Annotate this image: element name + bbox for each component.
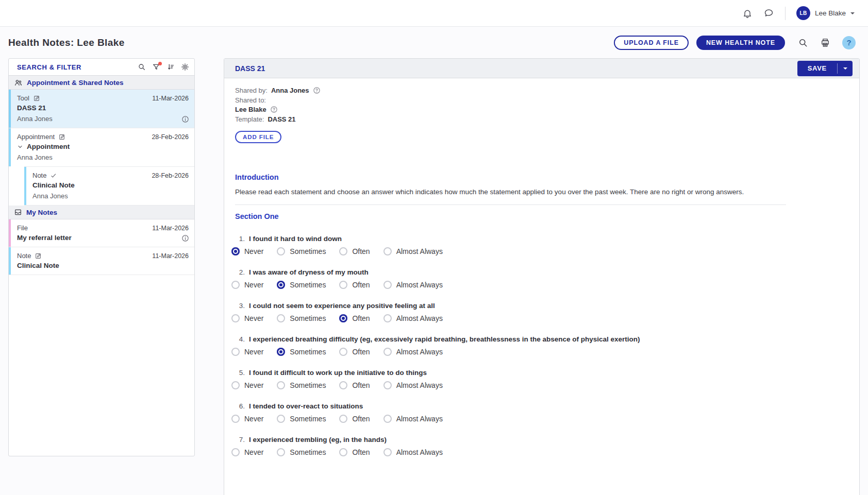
radio-option[interactable]: Sometimes: [277, 348, 326, 356]
radio-option[interactable]: Often: [339, 281, 370, 289]
radio-unselected-icon[interactable]: [277, 247, 285, 255]
add-file-button[interactable]: ADD FILE: [235, 131, 281, 143]
sidebar-group-header[interactable]: Appointment & Shared Notes: [9, 76, 194, 90]
radio-option[interactable]: Sometimes: [277, 247, 326, 255]
question-block: 7. I experienced trembling (eg, in the h…: [235, 436, 847, 456]
shared-to-value: Lee Blake: [235, 105, 266, 114]
group-label: Appointment & Shared Notes: [27, 79, 124, 87]
question-options: Never Sometimes Often Almost Always: [231, 281, 847, 289]
radio-option[interactable]: Almost Always: [383, 281, 443, 289]
radio-unselected-icon[interactable]: [339, 381, 347, 389]
radio-option[interactable]: Almost Always: [383, 381, 443, 389]
print-icon[interactable]: [820, 38, 830, 48]
radio-option[interactable]: Sometimes: [277, 314, 326, 322]
info-icon[interactable]: [181, 115, 189, 123]
radio-option[interactable]: Sometimes: [277, 448, 326, 456]
question-block: 4. I experienced breathing difficulty (e…: [235, 335, 847, 356]
radio-option[interactable]: Never: [231, 247, 263, 255]
radio-option[interactable]: Never: [231, 348, 263, 356]
upload-file-button[interactable]: UPLOAD A FILE: [614, 36, 689, 50]
option-label: Never: [244, 415, 263, 423]
notifications-bell-icon[interactable]: [742, 8, 753, 19]
radio-option[interactable]: Almost Always: [383, 348, 443, 356]
radio-unselected-icon[interactable]: [383, 247, 392, 255]
radio-option[interactable]: Often: [339, 448, 370, 456]
help-question-icon[interactable]: [270, 106, 278, 113]
content-area: SEARCH & FILTER Appointment & Shar: [0, 58, 868, 495]
radio-option[interactable]: Almost Always: [383, 415, 443, 423]
question-number: 7.: [238, 436, 245, 443]
note-list-item[interactable]: Tool 11-Mar-2026 DASS 21 Anna Jones: [9, 90, 194, 128]
option-label: Sometimes: [290, 314, 326, 322]
radio-option[interactable]: Often: [339, 381, 370, 389]
radio-unselected-icon[interactable]: [383, 314, 392, 322]
radio-unselected-icon[interactable]: [339, 448, 347, 456]
radio-option[interactable]: Never: [231, 314, 263, 322]
top-bar: LB Lee Blake: [0, 0, 868, 27]
radio-unselected-icon[interactable]: [231, 415, 240, 423]
radio-unselected-icon[interactable]: [383, 415, 392, 423]
help-icon[interactable]: ?: [842, 36, 856, 49]
radio-selected-icon[interactable]: [277, 281, 285, 289]
radio-option[interactable]: Never: [231, 381, 263, 389]
radio-option[interactable]: Sometimes: [277, 415, 326, 423]
save-button[interactable]: SAVE: [797, 61, 837, 76]
radio-unselected-icon[interactable]: [231, 348, 240, 356]
radio-option[interactable]: Never: [231, 415, 263, 423]
note-list-item[interactable]: Note 28-Feb-2026 Clinical Note Anna Jone…: [24, 166, 194, 206]
radio-option[interactable]: Often: [339, 314, 370, 322]
radio-unselected-icon[interactable]: [339, 415, 347, 423]
radio-unselected-icon[interactable]: [277, 381, 285, 389]
new-health-note-button[interactable]: NEW HEALTH NOTE: [696, 36, 785, 50]
option-label: Often: [352, 348, 370, 356]
radio-unselected-icon[interactable]: [231, 448, 240, 456]
radio-unselected-icon[interactable]: [277, 314, 285, 322]
sort-icon[interactable]: [166, 63, 175, 71]
radio-unselected-icon[interactable]: [383, 348, 392, 356]
search-icon[interactable]: [138, 63, 146, 71]
question-number: 2.: [238, 268, 245, 276]
shared-by-value: Anna Jones: [271, 86, 309, 95]
radio-selected-icon[interactable]: [339, 314, 347, 322]
radio-selected-icon[interactable]: [277, 348, 285, 356]
radio-unselected-icon[interactable]: [383, 281, 392, 289]
radio-unselected-icon[interactable]: [231, 381, 240, 389]
radio-option[interactable]: Almost Always: [383, 314, 443, 322]
radio-option[interactable]: Often: [339, 415, 370, 423]
radio-unselected-icon[interactable]: [339, 247, 347, 255]
info-icon[interactable]: [181, 234, 189, 242]
radio-unselected-icon[interactable]: [277, 415, 285, 423]
radio-option[interactable]: Often: [339, 247, 370, 255]
group-label: My Notes: [26, 209, 57, 216]
save-options-button[interactable]: [838, 61, 853, 76]
radio-option[interactable]: Almost Always: [383, 247, 443, 255]
radio-option[interactable]: Sometimes: [277, 381, 326, 389]
search-icon[interactable]: [798, 38, 808, 48]
user-menu[interactable]: LB Lee Blake: [796, 6, 855, 20]
radio-unselected-icon[interactable]: [383, 381, 392, 389]
radio-unselected-icon[interactable]: [231, 314, 240, 322]
radio-unselected-icon[interactable]: [339, 281, 347, 289]
radio-unselected-icon[interactable]: [383, 448, 392, 456]
radio-option[interactable]: Never: [231, 448, 263, 456]
radio-unselected-icon[interactable]: [231, 281, 240, 289]
radio-unselected-icon[interactable]: [339, 348, 347, 356]
save-split-button: SAVE: [797, 61, 853, 76]
radio-option[interactable]: Often: [339, 348, 370, 356]
note-list-item[interactable]: Appointment 28-Feb-2026 Appointment Anna…: [9, 128, 194, 166]
radio-unselected-icon[interactable]: [277, 448, 285, 456]
help-question-icon[interactable]: [313, 87, 321, 94]
chat-icon[interactable]: [763, 8, 774, 19]
radio-option[interactable]: Almost Always: [383, 448, 443, 456]
radio-option[interactable]: Never: [231, 281, 263, 289]
option-label: Almost Always: [396, 448, 443, 456]
shared-by-row: Shared by: Anna Jones: [235, 86, 847, 95]
settings-gear-icon[interactable]: [181, 63, 189, 71]
filter-icon[interactable]: [152, 63, 160, 71]
radio-selected-icon[interactable]: [231, 247, 240, 255]
radio-option[interactable]: Sometimes: [277, 281, 326, 289]
note-list-item[interactable]: File 11-Mar-2026 My referral letter: [9, 219, 194, 247]
sidebar-group-header[interactable]: My Notes: [9, 206, 194, 219]
note-list-item[interactable]: Note 11-Mar-2026 Clinical Note: [9, 247, 194, 275]
option-label: Sometimes: [290, 381, 326, 389]
